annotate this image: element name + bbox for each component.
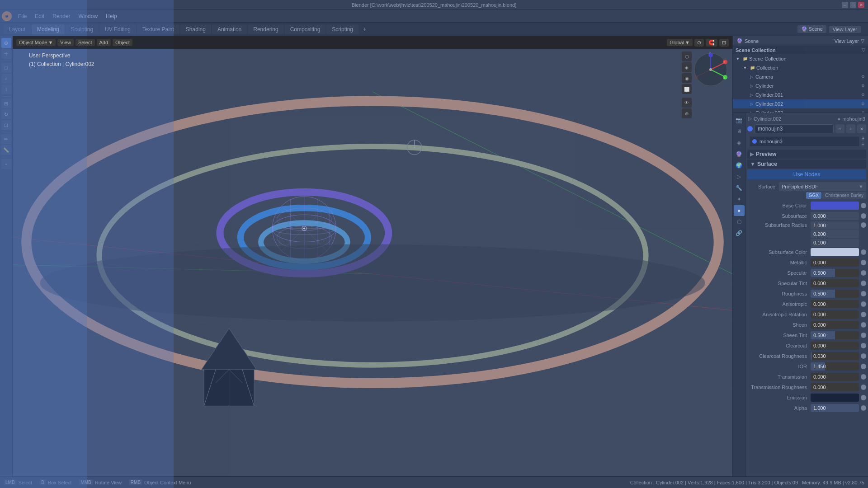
anisotropic-rotation-value[interactable]: 0.000 (811, 310, 859, 319)
specular-value[interactable]: 0.500 (811, 269, 859, 277)
object-menu-btn[interactable]: Object (113, 39, 132, 46)
viewport-info: User Perspective (1) Collection | Cylind… (29, 52, 94, 69)
chevron-down-icon: ▼ (48, 40, 53, 45)
svg-text:X: X (723, 61, 726, 64)
clearcoat-value[interactable]: 0.000 (811, 342, 859, 350)
viewport-mode-wireframe[interactable]: ⬜ (682, 84, 692, 94)
svg-text:Z: Z (709, 52, 711, 55)
properties-content: ▷ Cylinder.002 ● mohoujin3 ≡ + ✕ (745, 113, 868, 476)
select-menu-btn[interactable]: Select (75, 39, 95, 46)
svg-point-65 (709, 68, 712, 71)
overlay-toggle[interactable]: 👁 (682, 98, 692, 108)
global-toggle[interactable]: Global ▼ (667, 39, 693, 46)
subsurface-radius-row: Subsurface Radius 1.000 0.200 0.100 (747, 221, 866, 247)
collection-label: (1) Collection | Cylinder002 (29, 60, 94, 69)
clearcoat-roughness-value[interactable]: 0.030 (811, 352, 859, 360)
alpha-value[interactable]: 1.000 (811, 404, 859, 412)
main-layout: ⊕ ✛ □ ○ ⌇ ⊞ ↻ ⊡ ✏ 📏 + Object Mode ▼ View… (0, 36, 868, 476)
viewport-mode-solid[interactable]: ◉ (682, 73, 692, 83)
perspective-label: User Perspective (29, 52, 94, 60)
metallic-value[interactable]: 0.000 (811, 258, 859, 267)
sheen-tint-value[interactable]: 0.500 (811, 331, 859, 339)
svg-point-61 (694, 75, 698, 79)
viewport-overlays: ⬡ ◈ ◉ ⬜ 👁 ⊕ (682, 52, 692, 118)
snap-toggle[interactable]: 🧲 (706, 39, 717, 47)
transmission-roughness-value[interactable]: 0.000 (811, 383, 859, 391)
anisotropic-value[interactable]: 0.000 (811, 300, 859, 308)
transform-pivot[interactable]: ⊡ (719, 39, 729, 47)
viewport-mode-material[interactable]: ◈ (682, 62, 692, 72)
right-panel: 🔮 Scene View Layer ▽ Scene Collection ▽ … (732, 36, 868, 476)
svg-text:Y: Y (723, 76, 726, 79)
properties-area: 📷 🖥 ◈ 🔮 🌍 ▷ 🔧 ✦ ● ⬡ 🔗 ▷ Cylinder.002 (733, 113, 868, 476)
add-menu-btn[interactable]: Add (97, 39, 111, 46)
view-menu-btn[interactable]: View (57, 39, 74, 46)
transmission-value[interactable]: 0.000 (811, 373, 859, 381)
roughness-value[interactable]: 0.500 (811, 290, 859, 298)
specular-tint-value[interactable]: 0.000 (811, 279, 859, 287)
object-mode-btn[interactable]: Object Mode ▼ (16, 39, 56, 46)
sub-radius-1[interactable]: 1.000 (811, 221, 859, 230)
ior-value[interactable]: 1.450 (811, 362, 859, 371)
global-chevron-icon: ▼ (685, 40, 690, 45)
viewport-mode-rendered[interactable]: ⬡ (682, 52, 692, 61)
proportional-edit[interactable]: ⊙ (694, 39, 704, 47)
navigation-gizmo[interactable]: X Y Z (693, 52, 729, 88)
gizmo-toggle[interactable]: ⊕ (682, 108, 692, 118)
subsurface-radius-values: 1.000 0.200 0.100 (811, 221, 859, 247)
sheen-value[interactable]: 0.000 (811, 321, 859, 329)
viewport-header: Object Mode ▼ View Select Add Object Glo… (13, 36, 732, 49)
